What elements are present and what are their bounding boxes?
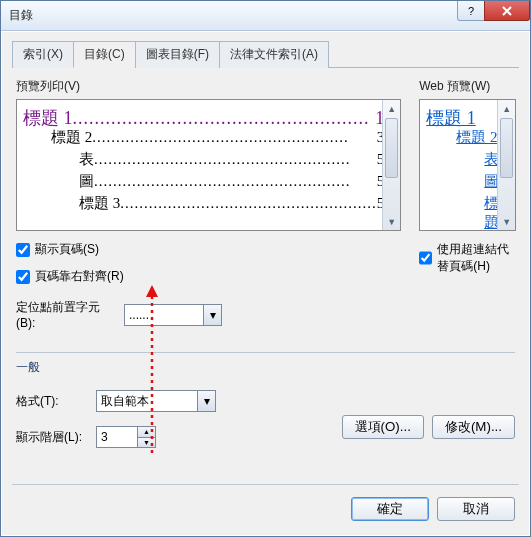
toc-line: 圖 ......................................…: [23, 172, 384, 194]
web-preview-label: Web 預覽(W): [419, 78, 516, 95]
web-link[interactable]: 表: [426, 150, 499, 172]
window-title: 目錄: [9, 7, 33, 24]
titlebar: 目錄 ?: [1, 1, 530, 31]
leader-label: 定位點前置字元(B):: [16, 299, 116, 330]
modify-button[interactable]: 修改(M)...: [432, 415, 515, 439]
print-preview-label: 預覽列印(V): [16, 78, 401, 95]
options-button[interactable]: 選項(O)...: [342, 415, 424, 439]
toc-line: 標題 3 ...................................…: [23, 194, 384, 216]
levels-spinner[interactable]: ▲ ▼: [96, 426, 156, 448]
scroll-down-icon[interactable]: ▼: [383, 213, 400, 230]
hyperlink-checkbox[interactable]: 使用超連結代替頁碼(H): [419, 241, 516, 275]
toc-line: 表 ......................................…: [23, 150, 384, 172]
cancel-button[interactable]: 取消: [437, 497, 515, 521]
web-link[interactable]: 標題 2: [426, 128, 499, 150]
web-link[interactable]: 圖: [426, 172, 499, 194]
scroll-up-icon[interactable]: ▲: [498, 100, 515, 117]
help-icon: ?: [468, 5, 474, 17]
tab-authorities[interactable]: 法律文件索引(A): [219, 41, 329, 68]
tab-toc[interactable]: 目錄(C): [73, 41, 136, 68]
scroll-down-icon[interactable]: ▼: [498, 213, 515, 230]
right-align-input[interactable]: [16, 270, 30, 284]
scroll-up-icon[interactable]: ▲: [383, 100, 400, 117]
chevron-down-icon[interactable]: ▾: [197, 391, 215, 411]
right-align-checkbox[interactable]: 頁碼靠右對齊(R): [16, 268, 401, 285]
print-preview-box: ▲ ▼ 標題 1 ...............................…: [16, 99, 401, 231]
dialog-window: 目錄 ? 索引(X) 目錄(C) 圖表目錄(F) 法律文件索引(A) 預覽列印(…: [0, 0, 531, 537]
levels-input[interactable]: [96, 426, 138, 448]
ok-button[interactable]: 確定: [351, 497, 429, 521]
divider: [16, 352, 515, 353]
scrollbar-thumb[interactable]: [385, 118, 398, 178]
help-button[interactable]: ?: [457, 1, 485, 21]
dialog-content: 索引(X) 目錄(C) 圖表目錄(F) 法律文件索引(A) 預覽列印(V) ▲ …: [1, 31, 530, 536]
leader-combo[interactable]: ...... ▾: [124, 304, 222, 326]
toc-line: 標題 1 ...................................…: [23, 106, 384, 128]
tab-figure-index[interactable]: 圖表目錄(F): [135, 41, 220, 68]
close-icon: [501, 6, 513, 16]
web-link[interactable]: 標題 1: [426, 106, 499, 128]
general-section-title: 一般: [16, 359, 515, 376]
web-link[interactable]: 標題 3: [426, 194, 499, 216]
format-label: 格式(T):: [16, 393, 88, 410]
scrollbar-thumb[interactable]: [500, 118, 513, 178]
tab-bar: 索引(X) 目錄(C) 圖表目錄(F) 法律文件索引(A): [12, 40, 519, 68]
format-combo[interactable]: 取自範本 ▾: [96, 390, 216, 412]
hyperlink-input[interactable]: [419, 251, 432, 265]
chevron-down-icon[interactable]: ▾: [203, 305, 221, 325]
toc-line: 標題 2 ...................................…: [23, 128, 384, 150]
web-preview-box: ▲ ▼ 標題 1 標題 2 表 圖 標題 3: [419, 99, 516, 231]
close-button[interactable]: [484, 1, 530, 21]
levels-label: 顯示階層(L):: [16, 429, 88, 446]
divider: [12, 484, 519, 485]
tab-index[interactable]: 索引(X): [12, 41, 74, 68]
show-page-input[interactable]: [16, 243, 30, 257]
spin-down-icon[interactable]: ▼: [138, 438, 156, 449]
spin-up-icon[interactable]: ▲: [138, 426, 156, 438]
show-page-checkbox[interactable]: 顯示頁碼(S): [16, 241, 401, 258]
